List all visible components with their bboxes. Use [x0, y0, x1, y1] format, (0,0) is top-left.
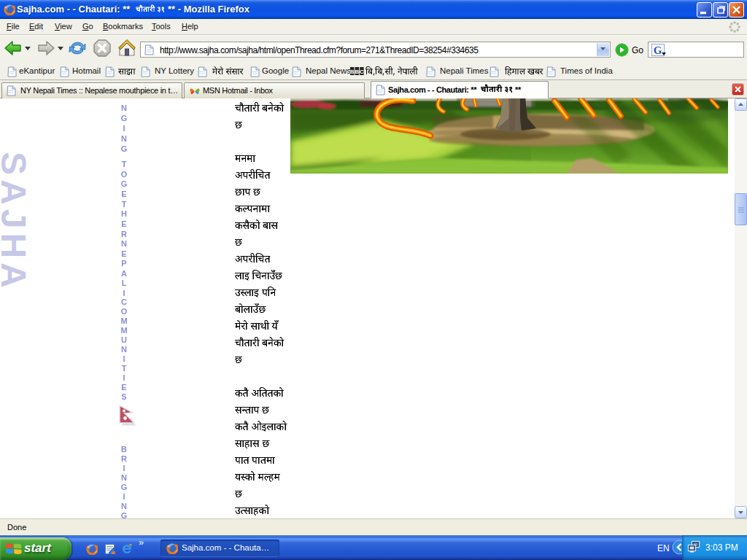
svg-text:B: B	[350, 69, 355, 75]
svg-text:C: C	[360, 69, 364, 75]
svg-text:B: B	[355, 69, 359, 75]
svg-text:G: G	[654, 44, 662, 56]
